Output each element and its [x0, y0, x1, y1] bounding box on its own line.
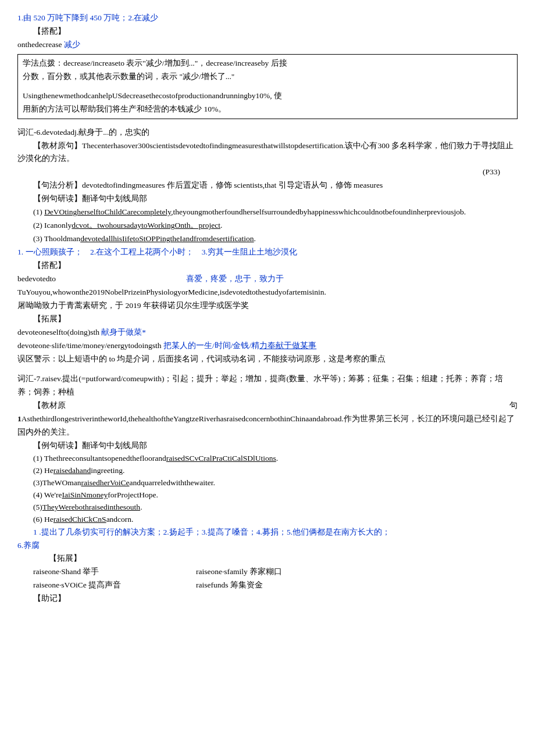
- orig-sentence: 【教材原句】Thecenterhasover300scientistsdevot…: [17, 139, 518, 166]
- example-study-head: 【例句研读】翻译句中划线局部: [17, 439, 518, 453]
- orig-sentence-row: 【教材原句】Thecenterhasover300scientistsdevot…: [17, 139, 518, 166]
- bracket-r: 句: [509, 399, 518, 413]
- ex-pre: (3) Thooldman: [33, 234, 80, 243]
- num: 1: [17, 414, 22, 423]
- ex-post: .: [276, 454, 278, 463]
- match-head: 【搭配】: [17, 259, 518, 273]
- phrase-cn: 喜爱，疼爱，忠于，致力于: [186, 273, 284, 286]
- phrase-cn: 减少: [64, 40, 80, 49]
- ex-underline: dcvot。twohoursadaytoWorkingOnth。project: [72, 221, 220, 230]
- ex-u: TheyWerebothraisedinthesouth: [42, 503, 140, 511]
- ex-underline: devotedallhisIifetoStOPPingtheIandfromde…: [80, 234, 254, 243]
- ch: 原: [58, 399, 66, 413]
- match-row: bedevotedto 喜爱，疼爱，忠于，致力于: [17, 273, 518, 286]
- ext-en: devoteoneselfto(doing)sth: [17, 328, 101, 336]
- ex-u: raisedahand: [54, 466, 91, 475]
- orig-sentence-spread: 【 教 材 原 句: [17, 399, 518, 413]
- ex-pre: (6) He: [33, 515, 54, 524]
- extend-item: devoteone·slife/time/money/energytodoing…: [17, 339, 518, 353]
- ex-post: .: [220, 221, 222, 230]
- box-text: 学法点拨：decrease/increaseto 表示"减少/增加到..."，d…: [23, 57, 512, 70]
- ex-post: .: [140, 503, 142, 511]
- answers-7a: 1 .提出了几条切实可行的解决方案；2.扬起手；3.提高了嗓音；4.募捐；5.他…: [17, 526, 518, 539]
- answers: 1. 一心照顾孩子； 2.在这个工程上花两个小时； 3.穷其一生阻止土地沙漠化: [17, 246, 518, 259]
- extend-item: devoteoneselfto(doing)sth 献身于做菜*: [17, 326, 518, 339]
- example-1: (1) DeVOtingherselftoChildCarecompletely…: [33, 206, 518, 219]
- ext-en: devoteone·slife/time/money/energytodoing…: [17, 341, 163, 350]
- col: raiseone·Shand 举手: [33, 565, 196, 579]
- col: raisefunds 筹集资金: [196, 579, 359, 592]
- example-list-7: (1) Thethreeconsultantsopenedthefloorand…: [33, 453, 518, 526]
- match-head: 【搭配】: [17, 25, 518, 38]
- document-body: 1.由 520 万吨下降到 450 万吨；2.在减少 【搭配】 onthedec…: [17, 12, 518, 605]
- col: raiseone·sVOiCe 提高声音: [33, 579, 196, 592]
- ex-post: forProjectHope.: [108, 490, 158, 499]
- match-sentence: TuYouyou,whowonthe2019NobelPrizeinPhysio…: [17, 286, 518, 299]
- mnemonic-head: 【助记】: [17, 592, 518, 605]
- extend-row: raiseone·Shand 举手 raiseone·sfamily 养家糊口: [33, 565, 518, 579]
- page-ref: (P33): [483, 166, 518, 179]
- ex-pre: (3)TheWOman: [33, 478, 81, 487]
- tip-box: 学法点拨：decrease/increaseto 表示"减少/增加到..."，d…: [17, 54, 518, 119]
- ex-post: .: [254, 234, 256, 243]
- phrase-en: onthedecrease: [17, 40, 64, 49]
- orig-text: AsthethirdlongestriverintheworId,theheal…: [17, 414, 515, 436]
- col: raiseone·sfamily 养家糊口: [196, 565, 359, 579]
- answer-line: 1.由 520 万吨下降到 450 万吨；2.在减少: [17, 12, 518, 25]
- vocab-title-7: 词汇-7.raisev.提出(=putforward/comeupwith)；引…: [17, 372, 518, 399]
- ext-cn: 献身于做菜*: [101, 328, 146, 336]
- extend-head: 【拓展】: [17, 313, 518, 326]
- ex-post: ingreeting.: [91, 466, 124, 475]
- ex-pre: (2) He: [33, 466, 54, 475]
- ex-pre: (5): [33, 503, 42, 511]
- ex-post: andquarreledwiththewaiter.: [129, 478, 215, 487]
- grammar-analysis: 【句法分析】devotedtofindingmeasures 作后置定语，修饰 …: [17, 179, 518, 192]
- ex-u: raisedherVoiCe: [81, 478, 129, 487]
- ex-pre: (4) We're: [33, 490, 62, 499]
- warning-note: 误区警示：以上短语中的 to 均是介词，后面接名词，代词或动名词，不能接动词原形…: [17, 353, 518, 366]
- ex-pre: (2) Icanonly: [33, 221, 72, 230]
- example-2: (2) Icanonlydcvot。twohoursadaytoWorkingO…: [33, 219, 518, 232]
- orig-sentence-7: 1AsthethirdlongestriverintheworId,thehea…: [17, 413, 518, 439]
- match-translation: 屠呦呦致力于青蒿素研究，于 2019 年获得诺贝尔生理学或医学奖: [17, 299, 518, 313]
- ex-post: ,theyoungmotherfoundherselfsurroundedbyh…: [171, 207, 466, 216]
- ex-u: IaiSinNmoney: [62, 490, 108, 499]
- ans-3: 3.穷其一生阻止土地沙漠化: [202, 248, 297, 256]
- ex-post: andcorn.: [106, 515, 134, 524]
- ext-cn-u: 力奉献于做某事: [259, 341, 316, 350]
- phrase-en: bedevotedto: [17, 273, 186, 286]
- orig-page: [17, 166, 483, 179]
- ex-pre: (1): [33, 207, 44, 216]
- example-3: (3) ThooldmandevotedallhisIifetoStOPPing…: [33, 232, 518, 246]
- match-item: onthedecrease 减少: [17, 38, 518, 52]
- box-text: 分数，百分数，或其他表示数量的词，表示 "减少/增长了...": [23, 70, 512, 84]
- ch: 教: [41, 399, 49, 413]
- answers-7b: 6.养腐: [17, 539, 518, 553]
- ex-pre: (1) Thethreeconsultantsopenedthefloorand: [33, 454, 166, 463]
- vocab-title: 词汇-6.devotedadj.献身于...的，忠实的: [17, 126, 518, 139]
- extend-head: 【拓展】: [33, 552, 518, 565]
- ch: 材: [49, 399, 58, 413]
- ext-cn: 把某人的一生/时间/金钱/精: [163, 341, 259, 350]
- ex-u: raisedChiCkCnS: [54, 515, 106, 524]
- bracket-l: 【: [33, 399, 41, 413]
- extend-row: raiseone·sVOiCe 提高声音 raisefunds 筹集资金: [33, 579, 518, 592]
- ans-2: 2.在这个工程上花两个小时；: [90, 248, 194, 256]
- ex-underline: DeVOtingherselftoChildCarecompletely: [44, 207, 171, 216]
- example-study-head: 【例句研读】翻译句中划线局部: [17, 192, 518, 206]
- box-text: 用新的方法可以帮助我们将生产和经营的本钱减少 10%。: [23, 103, 512, 116]
- ans-1: 1. 一心照顾孩子；: [17, 248, 83, 256]
- box-text: UsingthenewmethodcanhelpUSdecreasethecos…: [23, 89, 512, 103]
- ex-u: raisedSCvCralPraCtiCalSDlUtions: [166, 454, 276, 463]
